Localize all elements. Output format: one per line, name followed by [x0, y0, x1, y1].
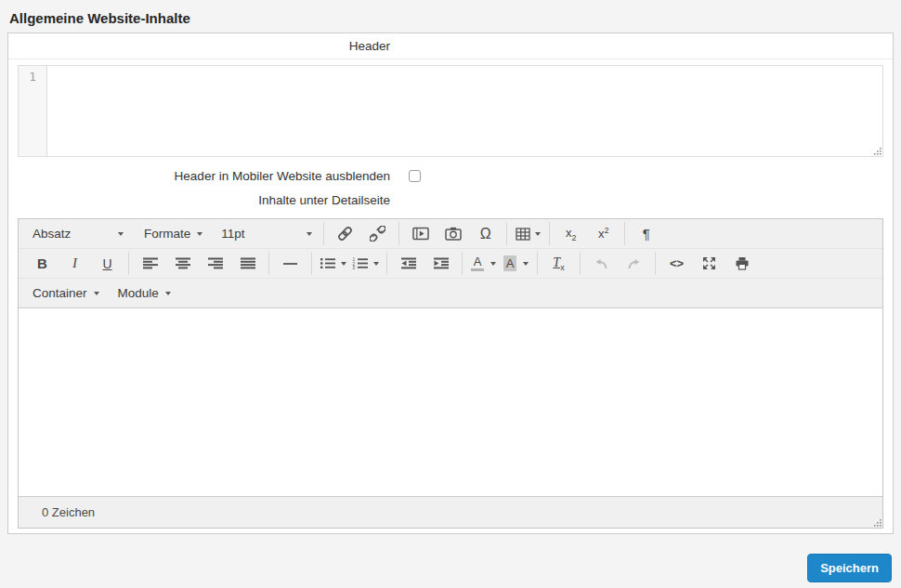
mobile-hide-checkbox[interactable]: [409, 170, 421, 182]
page-title: Allgemeine Website-Inhalte: [0, 0, 901, 33]
table-dropdown[interactable]: [513, 222, 543, 246]
chevron-down-icon: [118, 232, 124, 236]
align-right-icon[interactable]: [200, 252, 230, 276]
unlink-icon[interactable]: [362, 222, 393, 246]
bullet-list-dropdown[interactable]: [318, 252, 348, 276]
toolbar-separator: [323, 222, 324, 245]
background-color-dropdown[interactable]: A: [501, 252, 531, 276]
toolbar-separator: [386, 252, 387, 275]
fontsize-label: 11pt: [221, 227, 300, 241]
underline-icon[interactable]: U: [92, 252, 123, 276]
code-editor-input[interactable]: [47, 66, 882, 156]
toolbar-separator: [655, 252, 656, 275]
paragraph-format-label: Absatz: [33, 227, 111, 241]
fontsize-dropdown[interactable]: 11pt: [215, 222, 319, 246]
formats-label: Formate: [144, 227, 190, 241]
print-icon[interactable]: [726, 252, 757, 276]
chevron-down-icon: [535, 232, 541, 236]
save-button[interactable]: Speichern: [807, 554, 892, 582]
rte-content-area[interactable]: [19, 308, 882, 496]
redo-icon[interactable]: [619, 252, 649, 276]
toolbar-separator: [506, 222, 507, 245]
align-left-icon[interactable]: [135, 252, 165, 276]
container-dropdown[interactable]: Container: [26, 281, 106, 306]
superscript-icon[interactable]: x2: [588, 222, 619, 246]
toolbar-separator: [537, 252, 538, 275]
code-editor-gutter: 1: [19, 66, 47, 156]
rte-statusbar: 0 Zeichen: [19, 496, 882, 528]
form-footer: Speichern: [0, 554, 901, 582]
indent-icon[interactable]: [425, 252, 456, 276]
toolbar-separator: [624, 222, 625, 245]
toolbar-separator: [398, 222, 399, 245]
media-icon[interactable]: [405, 222, 436, 246]
chevron-down-icon: [341, 262, 346, 266]
rich-text-editor: Absatz Formate 11pt: [18, 218, 883, 529]
link-icon[interactable]: [330, 222, 360, 246]
toolbar-separator: [268, 252, 269, 275]
bullet-list-icon: [320, 257, 335, 269]
align-justify-icon[interactable]: [232, 252, 263, 276]
svg-text:3: 3: [353, 266, 356, 269]
code-editor-line-number: 1: [29, 71, 35, 84]
toolbar-separator: [580, 252, 581, 275]
background-color-icon: A: [503, 255, 517, 272]
chevron-down-icon: [197, 232, 202, 236]
detail-content-label: Inhalte unter Detailseite: [8, 193, 390, 207]
clear-formatting-icon[interactable]: Tx: [543, 252, 574, 276]
mobile-hide-row: Header in Mobiler Website ausblenden: [8, 169, 893, 183]
rte-toolbar-row-3: Container Module: [19, 279, 882, 307]
table-icon: [516, 228, 530, 241]
character-count: 0 Zeichen: [42, 505, 95, 519]
horizontal-rule-icon[interactable]: [275, 252, 306, 276]
toolbar-separator: [128, 252, 129, 275]
rte-toolbar: Absatz Formate 11pt: [19, 219, 882, 308]
paragraph-icon[interactable]: ¶: [631, 222, 661, 246]
chevron-down-icon: [523, 262, 529, 266]
text-color-dropdown[interactable]: A: [468, 252, 499, 276]
detail-content-row: Inhalte unter Detailseite: [8, 193, 893, 207]
align-center-icon[interactable]: [167, 252, 198, 276]
image-icon[interactable]: [437, 222, 468, 246]
rte-toolbar-row-1: Absatz Formate 11pt: [19, 219, 882, 249]
source-code-icon[interactable]: <>: [661, 252, 692, 276]
header-field-row: Header: [8, 33, 893, 59]
special-char-icon[interactable]: Ω: [470, 222, 501, 246]
toolbar-separator: [462, 252, 463, 275]
rte-resize-grip[interactable]: [872, 517, 881, 527]
chevron-down-icon: [373, 262, 379, 266]
module-label: Module: [118, 286, 159, 300]
mobile-hide-label: Header in Mobiler Website ausblenden: [8, 169, 390, 183]
outdent-icon[interactable]: [393, 252, 424, 276]
chevron-down-icon: [94, 292, 99, 295]
fullscreen-icon[interactable]: [694, 252, 725, 276]
header-field-label: Header: [8, 39, 390, 53]
bold-icon[interactable]: B: [27, 252, 58, 276]
text-color-icon: A: [471, 255, 484, 271]
code-editor-resize-grip[interactable]: [872, 146, 881, 155]
rte-toolbar-row-2: B I U: [19, 249, 882, 279]
toolbar-separator: [311, 252, 312, 275]
chevron-down-icon: [307, 232, 312, 236]
formats-dropdown[interactable]: Formate: [137, 222, 209, 246]
numbered-list-dropdown[interactable]: 123: [350, 252, 381, 276]
numbered-list-icon: 123: [352, 257, 368, 269]
paragraph-format-dropdown[interactable]: Absatz: [26, 222, 130, 246]
undo-icon[interactable]: [586, 252, 617, 276]
subscript-icon[interactable]: x2: [555, 222, 586, 246]
module-dropdown[interactable]: Module: [111, 281, 177, 306]
general-content-panel: Header 1 Header in Mobiler Website ausbl…: [7, 33, 894, 534]
toolbar-separator: [549, 222, 550, 245]
chevron-down-icon: [165, 292, 171, 295]
italic-icon[interactable]: I: [59, 252, 90, 276]
container-label: Container: [33, 286, 87, 300]
chevron-down-icon: [490, 262, 496, 266]
header-code-editor[interactable]: 1: [18, 65, 883, 157]
